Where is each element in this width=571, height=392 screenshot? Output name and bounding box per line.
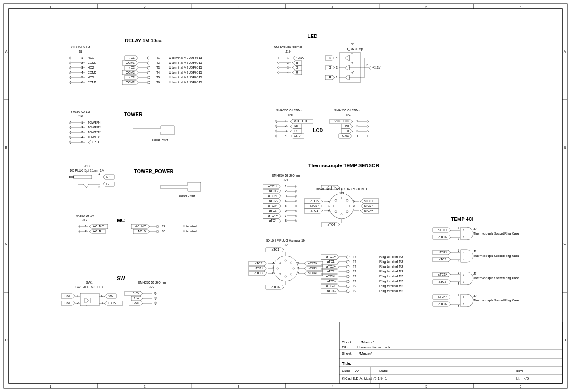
label: 1 xyxy=(285,120,287,123)
label: aTC3+ xyxy=(268,204,278,207)
label: solder 7mm xyxy=(152,138,168,141)
label: Thermocouple Socket Ring Case xyxy=(473,254,519,258)
label: aTC1- xyxy=(327,260,336,263)
label: 4 xyxy=(81,136,83,139)
svg-point-152 xyxy=(346,270,349,273)
label: U terminal M3 JOF0513 xyxy=(169,66,202,69)
svg-point-115 xyxy=(346,211,348,213)
label: Ring terminal M2 xyxy=(379,289,403,293)
label: 1 xyxy=(458,249,459,252)
label: aTC3- xyxy=(255,272,264,275)
label: aTC1- xyxy=(328,186,337,189)
label: SW xyxy=(117,276,125,281)
label: aTC2+ xyxy=(308,267,317,270)
label: 3 xyxy=(81,131,83,134)
label: 4 xyxy=(332,385,333,388)
label: J20 xyxy=(288,113,292,116)
svg-point-35 xyxy=(147,81,150,84)
label: /Master/ xyxy=(361,340,374,344)
svg-point-117 xyxy=(335,211,337,213)
label: TOWER2 xyxy=(88,131,101,134)
label: 5 xyxy=(285,204,287,207)
label: aTC2+ xyxy=(268,194,278,198)
label: +3.3V xyxy=(296,56,304,59)
label: J19 xyxy=(285,50,290,53)
svg-point-132 xyxy=(291,273,292,275)
svg-point-114 xyxy=(349,205,350,207)
label: 6 xyxy=(285,209,287,212)
label: TX xyxy=(294,129,298,132)
label: U terminal M3 JOF0513 xyxy=(169,61,202,64)
svg-point-29 xyxy=(147,66,150,69)
label: TX xyxy=(345,129,349,132)
label: T? xyxy=(353,260,356,263)
label: aTC1+ xyxy=(326,255,336,258)
svg-point-169 xyxy=(463,252,464,253)
label: Rev: xyxy=(516,369,523,373)
label: NO3 xyxy=(88,76,94,79)
label: GND xyxy=(132,301,139,305)
label: A xyxy=(5,50,8,53)
svg-point-170 xyxy=(463,259,464,260)
label: SMH250-04 200mm xyxy=(276,109,304,112)
label: aTC4+ xyxy=(438,295,447,298)
label: NO2 xyxy=(129,66,135,69)
svg-point-133 xyxy=(285,276,287,277)
label: LED xyxy=(308,33,317,39)
label: 3 xyxy=(81,66,83,69)
label: T3 xyxy=(156,66,160,69)
label: A4 xyxy=(355,369,360,373)
label: J22 xyxy=(149,285,154,289)
label: 2 xyxy=(285,190,287,193)
label: VCC_LCD xyxy=(294,120,308,123)
label: 2 xyxy=(458,282,459,285)
label: SMH250-04 200mm xyxy=(334,109,363,112)
label: 1 xyxy=(328,204,330,207)
label: J? xyxy=(473,272,477,275)
label: TOWER_POWER xyxy=(134,169,173,174)
label: GND xyxy=(64,294,71,297)
label: G xyxy=(329,66,331,69)
label: COM3 xyxy=(126,81,135,84)
label: RX xyxy=(294,124,298,128)
label: 2 xyxy=(144,385,146,388)
label: R xyxy=(296,71,298,74)
label: Date: xyxy=(379,369,388,373)
label: TEMP 4CH xyxy=(451,216,475,222)
label: Ring terminal M2 xyxy=(379,265,403,268)
label: TOWER1 xyxy=(88,136,101,139)
label: COM1 xyxy=(126,61,135,64)
label: U terminal M3 JOF0513 xyxy=(169,81,202,84)
label: 1 xyxy=(50,385,51,388)
label: 1 xyxy=(98,172,100,175)
label: AC_MC xyxy=(135,225,146,228)
label: 2 xyxy=(285,124,287,128)
label: 2 xyxy=(81,126,83,129)
label: T? xyxy=(353,275,356,278)
label: aTC3+ xyxy=(438,273,447,276)
label: AC_MC xyxy=(93,225,104,228)
svg-rect-173 xyxy=(461,272,467,285)
svg-point-129 xyxy=(285,260,287,261)
label: GND xyxy=(64,301,71,305)
label: 3 xyxy=(285,194,287,198)
label: DIN-8 CASE 16pi GX16-8P SOCKET xyxy=(316,187,368,191)
label: SW xyxy=(134,297,140,300)
label: 5 xyxy=(425,5,427,8)
label: U terminal M3 JOF0513 xyxy=(169,76,202,79)
label: Thermocouple Socket Ring Case xyxy=(473,276,519,280)
label: 4/5 xyxy=(524,376,529,380)
label: T2 xyxy=(156,61,160,64)
label: 6 xyxy=(328,209,330,212)
label: 2 xyxy=(287,61,289,64)
label: U terminal xyxy=(183,230,197,233)
label: 2 xyxy=(356,124,358,128)
label: D xyxy=(5,338,7,342)
label: B xyxy=(296,61,298,64)
svg-point-118 xyxy=(333,205,334,207)
svg-point-146 xyxy=(346,256,349,258)
label: Thermocouple TEMP SENSOR xyxy=(308,163,379,168)
label: aTC2- xyxy=(439,258,448,261)
label: SW xyxy=(108,294,113,297)
label: TOWER3 xyxy=(88,126,101,129)
